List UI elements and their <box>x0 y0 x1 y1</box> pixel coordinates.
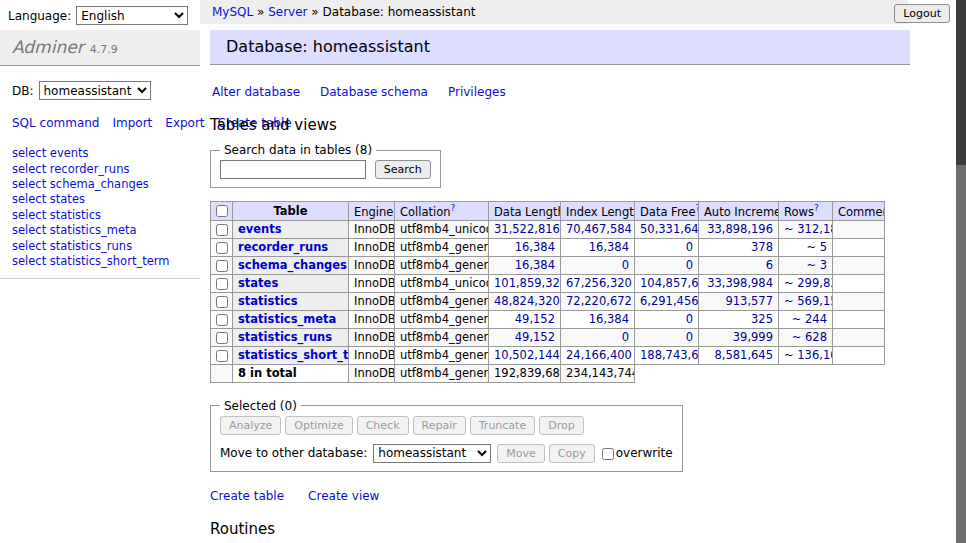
row-checkbox[interactable] <box>216 314 228 326</box>
table-name-link[interactable]: statistics_runs <box>238 330 332 344</box>
drop-button[interactable]: Drop <box>539 416 583 435</box>
logout-button[interactable]: Logout <box>894 4 950 23</box>
scrollbar-thumb[interactable] <box>956 0 966 165</box>
data-length-link[interactable]: 49,152 <box>515 312 555 326</box>
repair-button[interactable]: Repair <box>413 416 466 435</box>
data-free-link[interactable]: 6,291,456 <box>640 294 699 308</box>
truncate-button[interactable]: Truncate <box>470 416 535 435</box>
index-length-link[interactable]: 16,384 <box>589 312 629 326</box>
data-free-cell: 0 <box>635 256 699 274</box>
auto-increment-link[interactable]: 33,398,984 <box>707 276 773 290</box>
data-free-link[interactable]: 0 <box>686 240 693 254</box>
table-name-link[interactable]: statistics_short_term <box>238 348 349 362</box>
breadcrumb-link-server[interactable]: Server <box>268 5 307 19</box>
row-checkbox[interactable] <box>216 296 228 308</box>
sidebar-link-import[interactable]: Import <box>112 116 152 130</box>
index-length-link[interactable]: 72,220,672 <box>566 294 632 308</box>
create-view-link[interactable]: Create view <box>308 489 379 503</box>
sidebar-item-select-statistics-meta[interactable]: select statistics_meta <box>12 223 188 238</box>
copy-button[interactable]: Copy <box>549 444 595 463</box>
move-db-select[interactable]: homeassistant <box>373 444 491 463</box>
overwrite-label[interactable]: overwrite <box>602 446 673 460</box>
column-header-auto-increment: Auto Increment? <box>699 202 779 221</box>
table-name-link[interactable]: statistics <box>238 294 298 308</box>
row-checkbox[interactable] <box>216 350 228 362</box>
data-free-link[interactable]: 104,857,600 <box>640 276 699 290</box>
sidebar-link-sql-command[interactable]: SQL command <box>12 116 99 130</box>
data-length-link[interactable]: 48,824,320 <box>494 294 560 308</box>
rows-link[interactable]: ~ 136,108 <box>784 348 833 362</box>
vertical-scrollbar[interactable] <box>956 0 966 543</box>
auto-increment-link[interactable]: 33,898,196 <box>707 222 773 236</box>
privileges-link[interactable]: Privileges <box>448 85 506 99</box>
alter-database-link[interactable]: Alter database <box>212 85 300 99</box>
sidebar-item-select-states[interactable]: select states <box>12 192 188 207</box>
select-all-checkbox[interactable] <box>216 205 228 217</box>
auto-increment-link[interactable]: 913,577 <box>725 294 773 308</box>
sidebar-item-select-recorder-runs[interactable]: select recorder_runs <box>12 162 188 177</box>
index-length-link[interactable]: 67,256,320 <box>566 276 632 290</box>
data-free-link[interactable]: 50,331,648 <box>640 222 699 236</box>
search-button[interactable]: Search <box>375 160 431 179</box>
row-checkbox[interactable] <box>216 260 228 272</box>
comment-cell <box>833 238 885 256</box>
language-select[interactable]: English <box>76 6 188 25</box>
overwrite-checkbox[interactable] <box>602 448 614 460</box>
check-button[interactable]: Check <box>357 416 409 435</box>
sidebar-link-export[interactable]: Export <box>165 116 204 130</box>
sidebar-item-select-statistics-runs[interactable]: select statistics_runs <box>12 239 188 254</box>
table-name-link[interactable]: states <box>238 276 278 290</box>
table-name-link[interactable]: events <box>238 222 282 236</box>
sidebar-item-select-statistics-short-term[interactable]: select statistics_short_term <box>12 254 188 269</box>
table-name-link[interactable]: recorder_runs <box>238 240 328 254</box>
database-schema-link[interactable]: Database schema <box>320 85 428 99</box>
data-length-link[interactable]: 10,502,144 <box>494 348 560 362</box>
data-length-link[interactable]: 31,522,816 <box>494 222 560 236</box>
data-free-link[interactable]: 0 <box>686 312 693 326</box>
column-help-icon[interactable]: ? <box>814 203 819 213</box>
breadcrumb-link-mysql[interactable]: MySQL <box>212 5 253 19</box>
rows-link[interactable]: ~ 3 <box>806 258 827 272</box>
sidebar-item-select-statistics[interactable]: select statistics <box>12 208 188 223</box>
rows-link[interactable]: ~ 244 <box>792 312 827 326</box>
data-free-link[interactable]: 0 <box>686 330 693 344</box>
index-length-link[interactable]: 0 <box>622 330 629 344</box>
data-free-link[interactable]: 188,743,680 <box>640 348 699 362</box>
create-table-link[interactable]: Create table <box>210 489 284 503</box>
auto-increment-link[interactable]: 39,999 <box>733 330 773 344</box>
sidebar-item-select-events[interactable]: select events <box>12 146 188 161</box>
move-button[interactable]: Move <box>497 444 545 463</box>
column-help-icon[interactable]: ? <box>451 203 456 213</box>
row-checkbox[interactable] <box>216 332 228 344</box>
index-length-link[interactable]: 16,384 <box>589 240 629 254</box>
table-name-link[interactable]: statistics_meta <box>238 312 336 326</box>
auto-increment-link[interactable]: 378 <box>751 240 773 254</box>
rows-link[interactable]: ~ 312,180 <box>784 222 833 236</box>
auto-increment-link[interactable]: 6 <box>766 258 773 272</box>
rows-link[interactable]: ~ 628 <box>792 330 827 344</box>
row-checkbox[interactable] <box>216 278 228 290</box>
analyze-button[interactable]: Analyze <box>220 416 281 435</box>
rows-link[interactable]: ~ 299,833 <box>784 276 833 290</box>
auto-increment-link[interactable]: 325 <box>751 312 773 326</box>
search-input[interactable] <box>220 160 366 179</box>
index-length-link[interactable]: 0 <box>622 258 629 272</box>
table-row-statistics-meta: statistics_metaInnoDButf8mb4_general_ci4… <box>211 310 885 328</box>
data-length-link[interactable]: 16,384 <box>515 258 555 272</box>
rows-link[interactable]: ~ 5 <box>806 240 827 254</box>
row-checkbox[interactable] <box>216 224 228 236</box>
table-name-link[interactable]: schema_changes <box>238 258 347 272</box>
db-select[interactable]: homeassistant <box>39 81 151 100</box>
sidebar-item-select-schema-changes[interactable]: select schema_changes <box>12 177 188 192</box>
index-length-link[interactable]: 70,467,584 <box>566 222 632 236</box>
optimize-button[interactable]: Optimize <box>285 416 352 435</box>
data-free-link[interactable]: 0 <box>686 258 693 272</box>
index-length-link[interactable]: 24,166,400 <box>566 348 632 362</box>
rows-link[interactable]: ~ 569,159 <box>784 294 833 308</box>
row-select-cell <box>211 238 233 256</box>
data-length-link[interactable]: 101,859,328 <box>494 276 561 290</box>
data-length-link[interactable]: 49,152 <box>515 330 555 344</box>
row-checkbox[interactable] <box>216 242 228 254</box>
data-length-link[interactable]: 16,384 <box>515 240 555 254</box>
auto-increment-link[interactable]: 8,581,645 <box>714 348 773 362</box>
